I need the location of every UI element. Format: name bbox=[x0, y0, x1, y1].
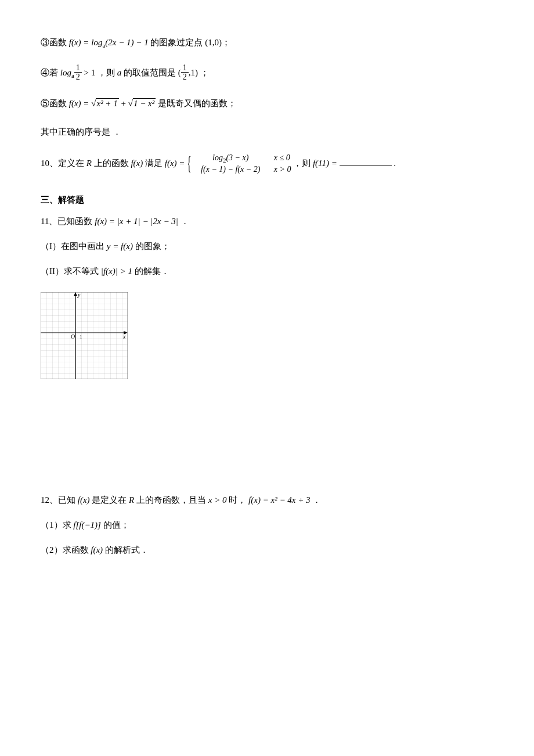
svg-text:y: y bbox=[77, 292, 81, 298]
q12-mid: 是定义在 bbox=[92, 495, 129, 505]
s5-rad2: 1 − x² bbox=[133, 98, 156, 108]
s4-frac: 12 bbox=[74, 63, 82, 82]
q11-prefix: 11、已知函数 bbox=[41, 217, 95, 226]
q11-p1a: （I）在图中画出 bbox=[41, 242, 107, 251]
q12-p1b: 的值； bbox=[103, 520, 129, 530]
fill-blank[interactable] bbox=[340, 158, 392, 165]
q10-f11: f(11) = bbox=[313, 158, 340, 167]
q11-tail: ． bbox=[181, 217, 189, 226]
q11-part1: （I）在图中画出 y = f(x) 的图象； bbox=[41, 239, 493, 254]
q11-p1f: y = f(x) bbox=[107, 242, 133, 251]
q10-mid: 上的函数 bbox=[94, 158, 131, 167]
svg-text:1: 1 bbox=[80, 334, 82, 340]
q11-p2a: （II）求不等式 bbox=[41, 267, 101, 276]
q12-p2b: 的解析式． bbox=[105, 545, 149, 555]
q10-prefix: 10、定义在 bbox=[41, 158, 86, 167]
q11-part2: （II）求不等式 |f(x)| > 1 的解集． bbox=[41, 264, 493, 279]
q12-R: R bbox=[129, 495, 134, 505]
q12-tail: ． bbox=[312, 495, 321, 505]
sqrt-icon: 1 − x² bbox=[128, 96, 156, 111]
s4-var: a bbox=[117, 68, 122, 77]
s3-point: (1,0) bbox=[205, 38, 222, 47]
statement-5: ⑤函数 f(x) = x² + 1 + 1 − x² 是既奇又偶的函数； bbox=[41, 96, 493, 111]
s4-rfrac: 12 bbox=[181, 63, 189, 82]
svg-rect-0 bbox=[41, 292, 128, 379]
s4-mid: ，则 bbox=[98, 68, 117, 77]
s4-prefix: ④若 bbox=[41, 68, 60, 77]
s5-prefix: ⑤函数 bbox=[41, 99, 69, 108]
q10-fxeq: f(x) = bbox=[165, 158, 187, 167]
section-3-title: 三、解答题 bbox=[41, 192, 493, 208]
q11-p1b: 的图象； bbox=[135, 242, 170, 251]
q10-mid2: 满足 bbox=[145, 158, 165, 167]
statement-3: ③函数 f(x) = loga(2x − 1) − 1 的图象过定点 (1,0)… bbox=[41, 35, 493, 52]
s4-log: loga bbox=[60, 68, 74, 77]
svg-text:x: x bbox=[122, 333, 126, 340]
s5-plus: + bbox=[121, 99, 128, 108]
conclusion: 其中正确的序号是 ． bbox=[41, 124, 493, 140]
q12-p2f: f(x) bbox=[91, 545, 103, 555]
q12-mid2: 上的奇函数，且当 bbox=[136, 495, 208, 505]
q12-p1f: f[f(−1)] bbox=[73, 520, 101, 530]
statement-4: ④若 loga12 > 1 ，则 a 的取值范围是 (12,1) ； bbox=[41, 64, 493, 83]
q12-prefix: 12、已知 bbox=[41, 495, 78, 505]
s3-tail: ； bbox=[222, 38, 230, 47]
s4-mid2: 的取值范围是 bbox=[124, 68, 178, 77]
coordinate-grid: O 1 y x bbox=[41, 292, 493, 379]
q10-row1a: log2(3 − x) bbox=[212, 153, 248, 162]
q10-fx: f(x) bbox=[131, 158, 143, 167]
s5-suffix: 是既奇又偶的函数； bbox=[158, 99, 236, 108]
q10-row2b: x > 0 bbox=[274, 165, 291, 174]
s4-gt: > 1 bbox=[82, 68, 95, 77]
question-12: 12、已知 f(x) 是定义在 R 上的奇函数，且当 x > 0 时， f(x)… bbox=[41, 492, 493, 508]
q11-p2f: |f(x)| > 1 bbox=[101, 267, 132, 276]
q12-fx: f(x) bbox=[78, 495, 90, 505]
s5-rad1: x² + 1 bbox=[96, 98, 118, 108]
q11-formula: f(x) = |x + 1| − |2x − 3| bbox=[95, 217, 178, 226]
q12-p1a: （1）求 bbox=[41, 520, 73, 530]
question-10: 10、定义在 R 上的函数 f(x) 满足 f(x) = log2(3 − x)… bbox=[41, 153, 493, 175]
q10-row2a: f(x − 1) − f(x − 2) bbox=[201, 165, 260, 174]
s3-formula: f(x) = loga(2x − 1) − 1 bbox=[69, 38, 149, 47]
s5-fx: f(x) = bbox=[69, 99, 91, 108]
s4-tail: ； bbox=[200, 68, 209, 77]
q10-R: R bbox=[86, 158, 92, 167]
q11-p2b: 的解集． bbox=[135, 267, 169, 276]
q10-row1b: x ≤ 0 bbox=[274, 153, 290, 162]
q12-part1: （1）求 f[f(−1)] 的值； bbox=[41, 517, 493, 533]
q12-part2: （2）求函数 f(x) 的解析式． bbox=[41, 542, 493, 558]
q10-mid3: ，则 bbox=[293, 158, 313, 167]
question-11: 11、已知函数 f(x) = |x + 1| − |2x − 3| ． bbox=[41, 214, 493, 229]
s3-prefix: ③函数 bbox=[41, 38, 69, 47]
sqrt-icon: x² + 1 bbox=[91, 96, 119, 111]
q12-formula: f(x) = x² − 4x + 3 bbox=[248, 495, 311, 505]
piecewise: log2(3 − x) x ≤ 0 f(x − 1) − f(x − 2) x … bbox=[187, 153, 291, 175]
q10-tail: . bbox=[394, 158, 396, 167]
q12-p2a: （2）求函数 bbox=[41, 545, 91, 555]
q12-cond: x > 0 bbox=[208, 495, 227, 505]
grid-svg: O 1 y x bbox=[41, 292, 128, 379]
svg-text:O: O bbox=[71, 333, 75, 340]
s3-suffix: 的图象过定点 bbox=[150, 38, 205, 47]
q12-mid3: 时， bbox=[229, 495, 246, 505]
s4-rparen: ,1) bbox=[189, 68, 198, 77]
